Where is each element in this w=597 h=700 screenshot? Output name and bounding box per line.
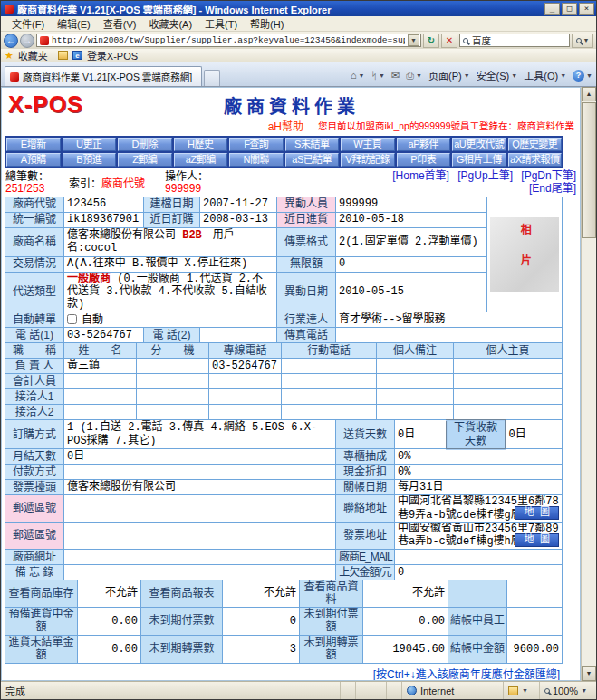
maximize-button[interactable]: □	[562, 3, 577, 15]
button-pre-purchase[interactable]: B預進	[63, 153, 117, 167]
delivery-days-field[interactable]: 0日	[395, 420, 447, 449]
new-tab-button[interactable]	[204, 70, 220, 86]
phone1-field[interactable]: 03-5264767	[64, 327, 144, 342]
industry-expert-field[interactable]: 育才學術-->留學服務	[336, 312, 563, 327]
contact-phone-field[interactable]: 03-5264767	[209, 358, 282, 373]
safety-menu-button[interactable]: 安全(S)▼	[477, 68, 518, 82]
menu-view[interactable]: 查看(V)	[98, 15, 142, 32]
link-pgup-prev[interactable]: [PgUp上筆]	[457, 169, 513, 182]
contact-homepage-field[interactable]	[454, 388, 563, 404]
stop-icon[interactable]: ✕	[441, 34, 457, 48]
website-field[interactable]	[64, 549, 336, 564]
uniform-no-field[interactable]: ik189367901	[64, 212, 144, 227]
button-history-change[interactable]: Q歷史變更	[508, 138, 563, 151]
read-mail-icon[interactable]: ✉	[391, 70, 400, 82]
scrollbar-thumb[interactable]	[582, 102, 596, 238]
invoice-address-field[interactable]: 中國安徽省黃山市23456里7鄰89巷a弄b-c號def棟g樓h層i室j 地 圖	[395, 523, 563, 550]
close-button[interactable]: ×	[579, 3, 594, 15]
invoice-title-field[interactable]: 億客來總股份有限公司	[64, 480, 336, 495]
contact-mobile-field[interactable]	[282, 373, 377, 388]
zip2-field[interactable]	[64, 523, 336, 550]
protected-mode-pane[interactable]: ▼	[504, 682, 540, 699]
delivery-type-field[interactable]: 一般廠商 (0.一般廠商 1.代送貨 2.不代送貨 3.代收款 4.不代收款 5…	[64, 272, 277, 312]
link-home-first[interactable]: [Home首筆]	[392, 169, 449, 182]
map-button[interactable]: 地 圖	[515, 533, 559, 547]
button-request-quote[interactable]: aX請求報價	[508, 153, 563, 167]
page-menu-button[interactable]: 页面(P)▼	[428, 68, 470, 82]
unload-pay-days-button[interactable]: 下貨收款天數	[447, 420, 506, 449]
button-add[interactable]: E增新	[6, 138, 61, 151]
button-history[interactable]: H歷史	[174, 138, 228, 151]
monthly-days-field[interactable]: 0日	[64, 449, 336, 465]
link-end-last[interactable]: [End尾筆]	[529, 182, 576, 195]
search-go-button[interactable]: ▼	[572, 34, 593, 48]
scroll-up-icon[interactable]: ▲	[582, 87, 596, 101]
button-zip2[interactable]: aZ郵編	[174, 153, 228, 167]
trade-status-field[interactable]: A(A.往來中 B.報價中 X.停止往來)	[64, 256, 277, 272]
tab-supplier-page[interactable]: 廠商資料作業 V1.21[X-POS 雲端商務網]	[5, 66, 202, 86]
contact-name-field[interactable]	[64, 404, 137, 419]
print-button[interactable]: ⎙▼	[406, 70, 422, 82]
contact-phone-field[interactable]	[209, 388, 282, 404]
supplier-code-field[interactable]: 123456	[64, 197, 144, 212]
button-change-code[interactable]: aU更改代號	[452, 138, 506, 151]
search-dropdown-icon[interactable]: ▼	[583, 37, 590, 43]
contact-homepage-field[interactable]	[454, 358, 563, 373]
contact-mobile-field[interactable]	[282, 404, 377, 419]
button-update[interactable]: U更正	[63, 138, 117, 151]
auto-transfer-checkbox[interactable]	[67, 314, 77, 324]
menu-file[interactable]: 文件(F)	[6, 15, 50, 32]
add-favorite-icon[interactable]	[58, 51, 68, 60]
contact-homepage-field[interactable]	[454, 373, 563, 388]
closing-date-field[interactable]: 每月31日	[395, 480, 563, 495]
button-open-orders[interactable]: S未結單	[285, 138, 340, 151]
button-partner[interactable]: aP夥伴	[397, 138, 451, 151]
map-button[interactable]: 地 圖	[515, 506, 559, 520]
favorites-button[interactable]: 收藏夹	[18, 48, 48, 62]
contact-ext-field[interactable]	[137, 404, 209, 419]
button-relation[interactable]: N關聯	[229, 153, 284, 167]
contact-note-field[interactable]	[377, 373, 454, 388]
search-input[interactable]: 百度	[459, 34, 570, 47]
annual-payable-link[interactable]: [按Ctrl+↓進入該廠商年度應付金額匯總]	[4, 664, 562, 681]
tools-menu-button[interactable]: 工具(O)▼	[524, 68, 566, 82]
button-closed-orders[interactable]: aS已結單	[285, 153, 340, 167]
minimize-button[interactable]: _	[544, 3, 560, 15]
contact-ext-field[interactable]	[137, 358, 209, 373]
help-menu-button[interactable]: ?▼	[573, 70, 592, 82]
supplier-name-field[interactable]: 億客來總股份有限公司 B2B 用戶名:cocol	[64, 227, 277, 256]
menu-tools[interactable]: 工具(T)	[199, 15, 243, 32]
contact-ext-field[interactable]	[137, 388, 209, 404]
create-date-field[interactable]: 2007-11-27	[200, 197, 277, 212]
counter-commission-field[interactable]: 0%	[395, 449, 563, 465]
scrollbar-track[interactable]	[582, 238, 596, 666]
button-query[interactable]: F查詢	[229, 138, 284, 151]
contact-ext-field[interactable]	[137, 373, 209, 388]
button-zip[interactable]: Z郵編	[118, 153, 172, 167]
zoom-control[interactable]: 100% ▼	[540, 682, 596, 699]
button-visit-record[interactable]: V拜訪記錄	[341, 153, 395, 167]
favorites-star-icon[interactable]: ★	[5, 50, 14, 62]
menu-help[interactable]: 帮助(H)	[245, 15, 289, 32]
button-print[interactable]: P印表	[397, 153, 451, 167]
contact-phone-field[interactable]	[209, 404, 282, 419]
contact-name-field[interactable]	[64, 373, 137, 388]
no-limit-field[interactable]: 0	[336, 256, 487, 272]
back-icon[interactable]: ←	[4, 34, 18, 48]
unload-pay-days-field[interactable]: 0日	[506, 420, 563, 449]
voucher-format-field[interactable]: 2(1.固定單價 2.浮動單價)	[336, 227, 487, 256]
favorites-link-xpos[interactable]: 登录X-POS	[87, 48, 138, 62]
button-photo-upload[interactable]: G相片上傳	[452, 153, 506, 167]
contact-note-field[interactable]	[377, 358, 454, 373]
home-button[interactable]: ⌂▼	[351, 70, 365, 81]
menu-edit[interactable]: 编辑(E)	[52, 15, 96, 32]
link-pgdn-next[interactable]: [PgDn下筆]	[521, 169, 576, 182]
order-method-field[interactable]: 1 (1.自送 2.電話 3.傳真 4.網絡 5.EOS 6.X-POS採購 7…	[64, 420, 336, 449]
contact-homepage-field[interactable]	[454, 404, 563, 419]
contact-mobile-field[interactable]	[282, 358, 377, 373]
button-delete[interactable]: D刪除	[118, 138, 172, 151]
phone2-field[interactable]	[200, 327, 277, 342]
address-input[interactable]: http://win2008/tw/Supplier/supplier.asp?…	[36, 34, 421, 47]
memo-field[interactable]	[64, 564, 336, 580]
button-pre-order[interactable]: A預購	[6, 153, 61, 167]
